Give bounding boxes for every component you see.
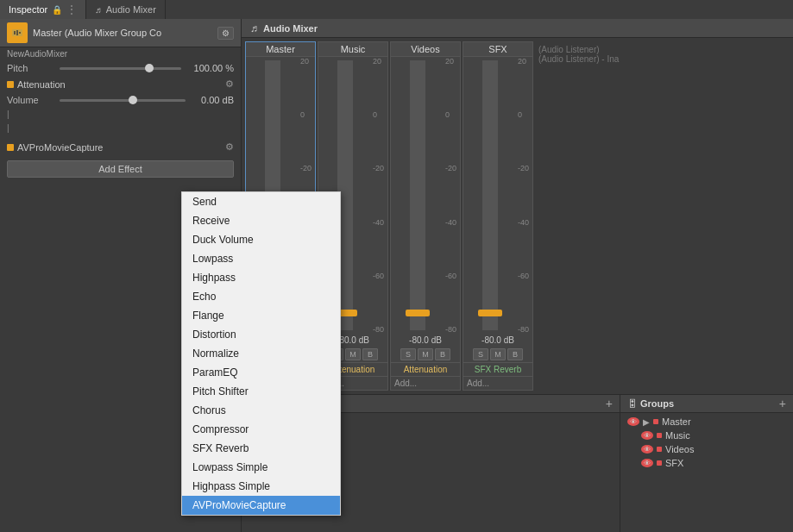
inspector-panel: Master (Audio Mixer Group Co ⚙ NewAudioM… [0,19,242,532]
channel-sfx-buttons: S M B [463,347,532,362]
tab-bar: Inspector 🔒 ⋮ ♬ Audio Mixer [0,0,793,19]
listener-line2: (Audio Listener) - Ina [538,54,786,64]
channel-videos-bypass[interactable]: B [435,348,450,360]
channel-sfx-bypass[interactable]: B [507,348,523,360]
channel-sfx-add[interactable]: Add... [463,376,532,390]
groups-icon: 🎛 [627,398,637,409]
channel-videos: Videos 200-20-40-60-80 -80.0 dB S M B [390,41,461,391]
channel-sfx-volume: -80.0 dB [463,334,532,347]
menu-item-highpass[interactable]: Highpass [182,268,340,287]
menu-item-normalize[interactable]: Normalize [182,344,340,363]
add-effect-button[interactable]: Add Effect [7,160,234,178]
tab-inspector[interactable]: Inspector 🔒 ⋮ [0,0,86,19]
group-color-sfx [657,460,662,466]
attenuation-label: Attenuation [17,79,222,90]
asset-icon [7,22,28,43]
menu-item-flange[interactable]: Flange [182,306,340,325]
menu-item-send[interactable]: Send [182,192,340,211]
pitch-slider-container[interactable] [60,67,181,70]
fader-scale-videos: 200-20-40-60-80 [445,57,456,334]
channel-sfx-fader[interactable]: 200-20-40-60-80 [463,57,532,334]
group-list: 👁 ▶ Master 👁 Music 👁 [620,413,793,532]
pitch-label: Pitch [7,63,54,73]
avpro-gear-icon[interactable]: ⚙ [225,141,234,153]
groups-panel-header: 🎛 Groups + [620,395,793,413]
group-eye-videos[interactable]: 👁 [641,445,653,454]
group-item-sfx: 👁 SFX [624,456,790,470]
mixer-icon: ♬ [95,5,102,15]
fader-scale-music: 200-20-40-60-80 [373,57,384,334]
volume-slider[interactable] [60,99,186,102]
channel-videos-effect: Attenuation [391,362,460,376]
menu-icon[interactable]: ⋮ [66,3,77,16]
pitch-value: 100.00 % [186,63,234,73]
channel-videos-solo[interactable]: S [400,348,416,360]
group-color-music [657,433,662,438]
menu-item-sfx-reverb[interactable]: SFX Reverb [182,439,340,458]
channel-music-header: Music [318,42,387,57]
volume-value: 0.00 dB [191,95,234,105]
channel-music-bypass[interactable]: B [362,348,378,360]
volume-tick-2: | [7,122,234,135]
group-item-videos: 👁 Videos [624,442,790,456]
menu-item-chorus[interactable]: Chorus [182,401,340,420]
menu-item-parameq[interactable]: ParamEQ [182,363,340,382]
menu-item-pitch-shifter[interactable]: Pitch Shifter [182,382,340,401]
listener-line1: (Audio Listener) [538,45,786,54]
menu-item-distortion[interactable]: Distortion [182,325,340,344]
group-item-music: 👁 Music [624,429,790,442]
asset-name: Master (Audio Mixer Group Co [33,28,212,38]
fader-scale-sfx: 200-20-40-60-80 [518,57,529,334]
channel-videos-volume: -80.0 dB [391,334,460,347]
menu-item-lowpass[interactable]: Lowpass [182,249,340,268]
dropdown-menu: Send Receive Duck Volume Lowpass Highpas… [181,191,341,516]
menu-item-duck-volume[interactable]: Duck Volume [182,230,340,249]
group-eye-music[interactable]: 👁 [641,431,653,440]
attenuation-dot [7,81,14,88]
channel-videos-add[interactable]: Add... [391,376,460,390]
group-label-master: Master [662,416,691,427]
group-label-music: Music [665,430,690,441]
tab-audio-mixer[interactable]: ♬ Audio Mixer [86,0,166,19]
mixer-header: ♬ Audio Mixer [242,19,793,38]
attenuation-section: Attenuation ⚙ [0,76,241,92]
groups-panel: 🎛 Groups + 👁 ▶ Master 👁 [620,395,793,532]
menu-item-echo[interactable]: Echo [182,287,340,306]
menu-item-lowpass-simple[interactable]: Lowpass Simple [182,458,340,477]
menu-item-compressor[interactable]: Compressor [182,420,340,439]
group-eye-master[interactable]: 👁 [627,417,639,426]
group-color-videos [657,447,662,452]
channel-videos-header: Videos [391,42,460,57]
main-layout: Master (Audio Mixer Group Co ⚙ NewAudioM… [0,19,793,532]
attenuation-gear-icon[interactable]: ⚙ [225,78,234,90]
group-item-master: 👁 ▶ Master [624,415,790,429]
group-label-videos: Videos [665,444,694,454]
asset-actions: ⚙ [217,27,234,40]
group-eye-sfx[interactable]: 👁 [641,459,653,467]
channel-sfx-solo[interactable]: S [473,348,488,360]
inspector-tab-label: Inspector [9,4,47,15]
group-label-sfx: SFX [665,458,683,468]
volume-label: Volume [7,95,54,105]
groups-add-button[interactable]: + [779,397,786,410]
channel-videos-mute[interactable]: M [418,348,433,360]
pitch-slider[interactable] [60,67,181,70]
asset-row: Master (Audio Mixer Group Co ⚙ [0,19,241,47]
mixer-title: Audio Mixer [263,23,318,34]
menu-item-avpro[interactable]: AVProMovieCapture [182,496,340,515]
group-color-master [653,419,658,424]
menu-item-receive[interactable]: Receive [182,211,340,230]
channel-videos-fader[interactable]: 200-20-40-60-80 [391,57,460,334]
mixer-header-icon: ♬ [250,22,258,34]
groups-title: Groups [640,398,776,409]
pitch-row: Pitch 100.00 % [0,60,241,76]
channel-sfx-mute[interactable]: M [490,348,506,360]
avpro-section: AVProMovieCapture ⚙ [0,139,241,155]
volume-row: Volume 0.00 dB [0,92,241,108]
channel-music-mute[interactable]: M [345,348,361,360]
asset-settings-btn[interactable]: ⚙ [217,27,234,40]
asset-sub-label: NewAudioMixer [0,47,241,60]
snapshot-add-button[interactable]: + [606,397,613,410]
menu-item-highpass-simple[interactable]: Highpass Simple [182,477,340,496]
channel-sfx-header: SFX [463,42,532,57]
